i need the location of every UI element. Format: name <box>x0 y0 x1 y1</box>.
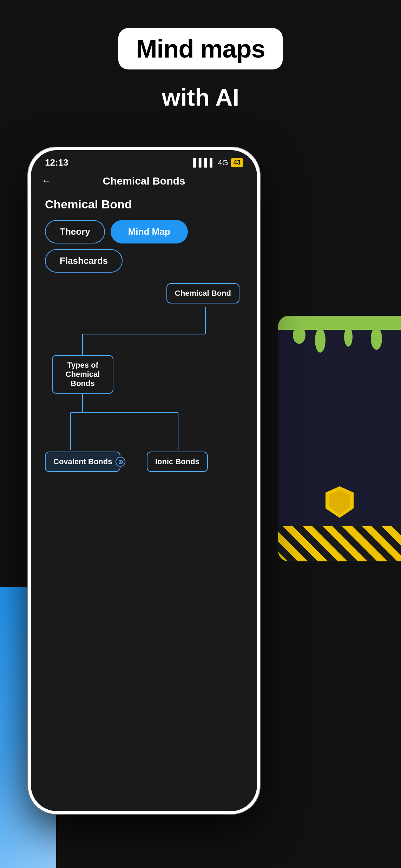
section-title: Chemical Bond <box>45 198 243 211</box>
node-types[interactable]: Types ofChemical Bonds <box>52 355 113 394</box>
shield-decoration <box>326 486 354 519</box>
hero-section: Mind maps with AI <box>0 28 401 111</box>
slime-decoration <box>278 316 401 358</box>
hazard-stripe <box>278 526 401 561</box>
right-decoration <box>278 316 401 561</box>
game-screen <box>278 316 401 561</box>
app-title: Chemical Bonds <box>103 175 185 187</box>
signal-icon: ▌▌▌▌ <box>193 158 215 167</box>
network-label: 4G <box>218 158 228 167</box>
node-chemical-bond[interactable]: Chemical Bond <box>166 283 239 303</box>
hero-subtitle: with AI <box>0 84 401 111</box>
hero-badge: Mind maps <box>118 28 282 69</box>
flashcards-button[interactable]: Flashcards <box>45 249 123 273</box>
svg-point-11 <box>371 327 382 350</box>
mindmap-button[interactable]: Mind Map <box>111 220 188 243</box>
status-icons: ▌▌▌▌ 4G 43 <box>193 158 243 167</box>
battery-badge: 43 <box>231 158 243 167</box>
mindmap-lines <box>45 276 243 522</box>
node-ionic[interactable]: Ionic Bonds <box>147 452 208 472</box>
svg-point-10 <box>344 327 353 347</box>
svg-point-8 <box>293 326 305 344</box>
content-area: Chemical Bond Theory Mind Map Flashcards <box>31 194 257 522</box>
phone-screen: 12:13 ▌▌▌▌ 4G 43 ← Chemical Bonds Chemic… <box>31 150 257 811</box>
buttons-grid: Theory Mind Map Flashcards <box>45 220 243 273</box>
node-covalent[interactable]: Covalent Bonds ⊕ <box>45 452 120 472</box>
back-button[interactable]: ← <box>41 175 51 187</box>
status-time: 12:13 <box>45 157 68 168</box>
svg-point-9 <box>315 328 326 353</box>
expand-icon[interactable]: ⊕ <box>116 457 125 467</box>
phone-mockup: 12:13 ▌▌▌▌ 4G 43 ← Chemical Bonds Chemic… <box>28 147 260 814</box>
status-bar: 12:13 ▌▌▌▌ 4G 43 <box>31 150 257 172</box>
phone-frame: 12:13 ▌▌▌▌ 4G 43 ← Chemical Bonds Chemic… <box>28 147 260 814</box>
theory-button[interactable]: Theory <box>45 220 105 243</box>
hero-badge-text: Mind maps <box>136 35 265 63</box>
mindmap-area[interactable]: Chemical Bond Types ofChemical Bonds Cov… <box>45 276 243 522</box>
app-header: ← Chemical Bonds <box>31 172 257 194</box>
